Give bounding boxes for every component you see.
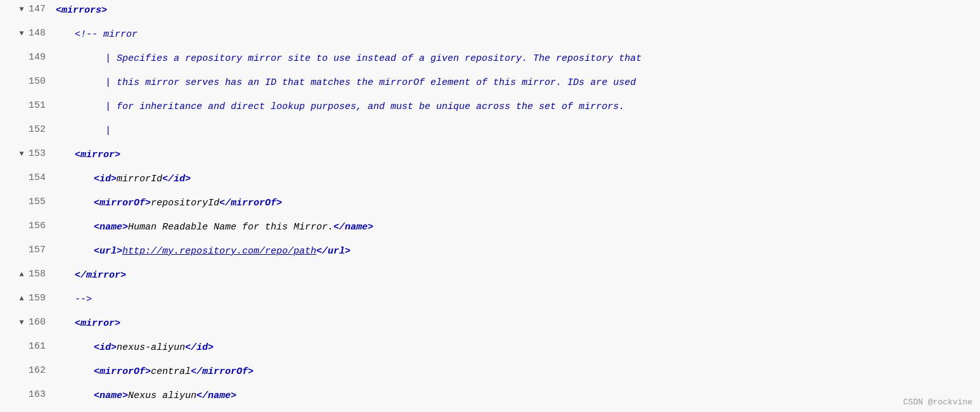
xml-text: mirrorId xyxy=(117,174,162,184)
table-row: ▲159--> xyxy=(0,289,980,313)
code-line-content: | xyxy=(51,120,980,143)
code-line-content: <url>http://maven.aliyun.com/nexus/conte… xyxy=(51,409,980,412)
line-number: ▲158 xyxy=(0,265,51,283)
code-line-content: <mirror> xyxy=(51,145,980,167)
xml-url[interactable]: http://my.repository.com/repo/path xyxy=(122,246,316,257)
table-row: 149 | Specifies a repository mirror site… xyxy=(0,48,980,72)
xml-text: central xyxy=(151,366,191,377)
table-row: 164<url>http://maven.aliyun.com/nexus/co… xyxy=(0,409,980,412)
table-row: ▼148<!-- mirror xyxy=(0,24,980,48)
line-number-text: 147 xyxy=(29,4,46,15)
code-line-content: <id>nexus-aliyun</id> xyxy=(51,337,980,359)
xml-tag: <id> xyxy=(94,342,117,353)
fold-icon[interactable]: ▼ xyxy=(17,5,26,14)
code-line-content: </mirror> xyxy=(51,265,980,287)
line-number: ▼160 xyxy=(0,313,51,332)
line-number: 149 xyxy=(0,48,51,67)
code-line-content: | for inheritance and direct lookup purp… xyxy=(51,96,980,119)
code-line-content: <!-- mirror xyxy=(51,24,980,46)
xml-tag: <name> xyxy=(94,390,128,401)
line-number: 162 xyxy=(0,361,51,380)
code-line-content: <mirrorOf>repositoryId</mirrorOf> xyxy=(51,193,980,215)
line-number: 155 xyxy=(0,193,51,211)
xml-tag: </mirror> xyxy=(75,270,126,281)
xml-tag: <mirror> xyxy=(75,318,120,329)
xml-tag: <mirror> xyxy=(75,150,120,160)
xml-tag: </mirrorOf> xyxy=(219,198,282,209)
code-line-content: <name>Human Readable Name for this Mirro… xyxy=(51,217,980,239)
xml-tag: </id> xyxy=(185,342,214,353)
fold-icon[interactable]: ▼ xyxy=(17,29,26,38)
line-number: ▼148 xyxy=(0,24,51,42)
line-number-text: 148 xyxy=(29,28,46,39)
fold-icon[interactable]: ▲ xyxy=(17,270,26,279)
xml-comment-text: | Specifies a repository mirror site to … xyxy=(94,53,642,64)
xml-tag: <name> xyxy=(94,222,128,233)
table-row: 162<mirrorOf>central</mirrorOf> xyxy=(0,361,980,385)
xml-comment: <!-- mirror xyxy=(75,29,138,40)
line-number-text: 154 xyxy=(29,172,46,183)
xml-tag: </name> xyxy=(333,222,373,233)
line-number-text: 150 xyxy=(29,76,46,87)
line-number-text: 151 xyxy=(29,100,46,111)
line-number-text: 158 xyxy=(29,269,46,280)
table-row: 156<name>Human Readable Name for this Mi… xyxy=(0,217,980,241)
line-number: 156 xyxy=(0,217,51,235)
table-row: ▲158</mirror> xyxy=(0,265,980,289)
xml-text: nexus-aliyun xyxy=(117,342,185,353)
line-number: 152 xyxy=(0,120,51,139)
table-row: 151 | for inheritance and direct lookup … xyxy=(0,96,980,120)
table-row: 150 | this mirror serves has an ID that … xyxy=(0,72,980,96)
line-number-text: 163 xyxy=(29,389,46,400)
line-number: 163 xyxy=(0,385,51,404)
line-number-text: 156 xyxy=(29,221,46,231)
code-lines: ▼147<mirrors>▼148<!-- mirror149 | Specif… xyxy=(0,0,980,412)
table-row: 152 | xyxy=(0,120,980,145)
line-number-text: 159 xyxy=(29,293,46,304)
table-row: 163<name>Nexus aliyun</name> xyxy=(0,385,980,409)
table-row: ▼160<mirror> xyxy=(0,313,980,337)
line-number: 161 xyxy=(0,337,51,356)
line-number-text: 162 xyxy=(29,365,46,376)
xml-comment-text: | xyxy=(94,126,111,136)
xml-comment-text: | for inheritance and direct lookup purp… xyxy=(94,101,624,112)
xml-tag: </name> xyxy=(197,390,236,401)
table-row: ▼147<mirrors> xyxy=(0,0,980,24)
line-number: 164 xyxy=(0,409,51,412)
table-row: 161<id>nexus-aliyun</id> xyxy=(0,337,980,361)
code-line-content: <mirrorOf>central</mirrorOf> xyxy=(51,361,980,383)
code-viewer: ▼147<mirrors>▼148<!-- mirror149 | Specif… xyxy=(0,0,980,412)
xml-tag: <mirrorOf> xyxy=(94,366,151,377)
code-line-content: | Specifies a repository mirror site to … xyxy=(51,48,980,70)
line-number-text: 155 xyxy=(29,196,46,207)
xml-tag: </id> xyxy=(162,174,191,184)
line-number: 150 xyxy=(0,72,51,91)
fold-icon[interactable]: ▼ xyxy=(17,150,26,158)
line-number-text: 153 xyxy=(29,148,46,159)
line-number: 151 xyxy=(0,96,51,115)
line-number: ▼153 xyxy=(0,145,51,163)
table-row: 154<id>mirrorId</id> xyxy=(0,169,980,193)
xml-tag: <mirrorOf> xyxy=(94,198,151,209)
line-number-text: 149 xyxy=(29,52,46,63)
line-number: ▲159 xyxy=(0,289,51,307)
xml-text: Human Readable Name for this Mirror. xyxy=(128,222,333,233)
line-number: ▼147 xyxy=(0,0,51,18)
code-line-content: <id>mirrorId</id> xyxy=(51,169,980,191)
xml-text: repositoryId xyxy=(151,198,219,209)
line-number: 154 xyxy=(0,169,51,187)
fold-icon[interactable]: ▼ xyxy=(17,318,26,327)
line-number-text: 152 xyxy=(29,124,46,135)
line-number-text: 160 xyxy=(29,317,46,328)
code-line-content: | this mirror serves has an ID that matc… xyxy=(51,72,980,94)
xml-comment-text: | this mirror serves has an ID that matc… xyxy=(94,77,636,88)
code-line-content: --> xyxy=(51,289,980,311)
code-line-content: <url>http://my.repository.com/repo/path<… xyxy=(51,241,980,263)
line-number-text: 161 xyxy=(29,341,46,352)
line-number: 157 xyxy=(0,241,51,259)
watermark: CSDN @rockvine xyxy=(903,397,972,407)
xml-text: Nexus aliyun xyxy=(128,390,197,401)
xml-tag: <id> xyxy=(94,174,117,184)
xml-tag: <mirrors> xyxy=(56,5,107,16)
fold-icon[interactable]: ▲ xyxy=(17,294,26,303)
